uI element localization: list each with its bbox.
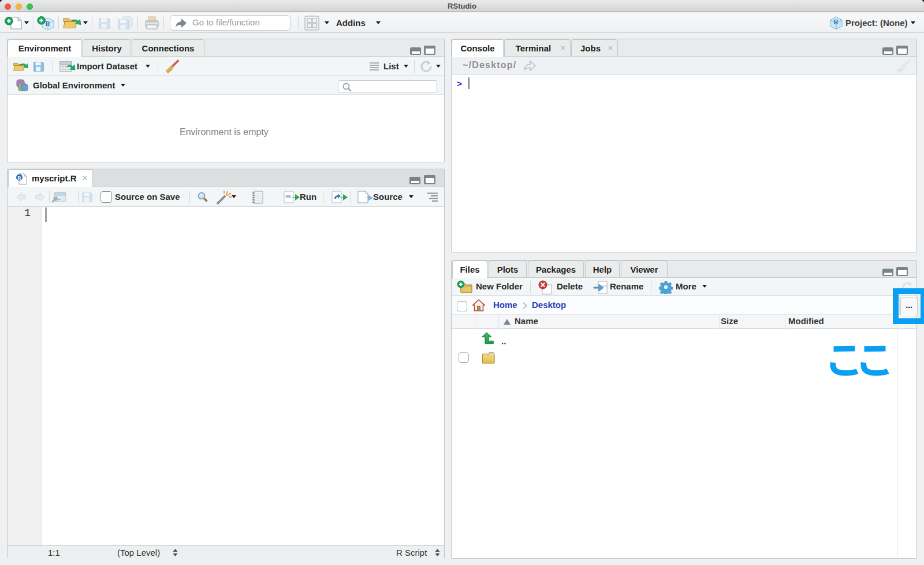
svg-text:R: R [833,18,839,26]
svg-text:R: R [45,20,50,28]
svg-text:R: R [17,175,21,181]
